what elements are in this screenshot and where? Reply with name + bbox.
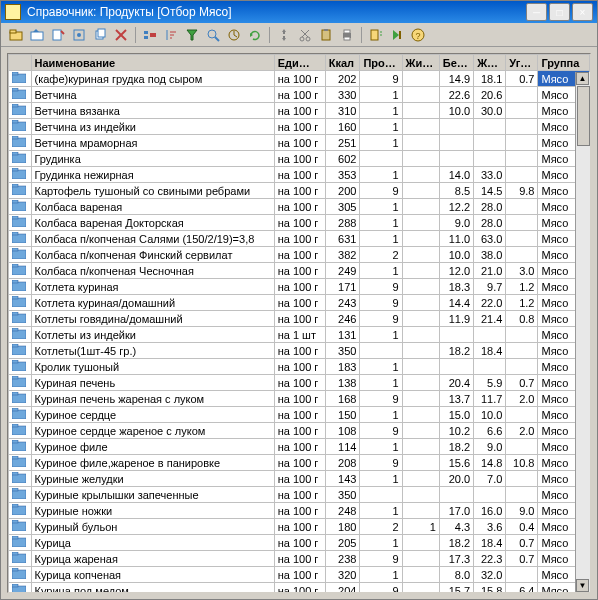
maximize-button[interactable]: □: [549, 3, 570, 21]
table-cell: 9: [360, 551, 402, 567]
table-row[interactable]: Куриные ножкина 100 г248117.016.09.0Мясо: [9, 503, 590, 519]
table-row[interactable]: Курица копченаяна 100 г32018.032.0Мясо: [9, 567, 590, 583]
scroll-up-button[interactable]: ▲: [576, 72, 589, 85]
table-cell: [9, 487, 32, 503]
folder-row-icon: [12, 456, 26, 467]
folder-row-icon: [12, 136, 26, 147]
refresh-icon[interactable]: [246, 26, 264, 44]
table-cell: [9, 407, 32, 423]
table-row[interactable]: Ветчина мраморнаяна 100 г2511Мясо: [9, 135, 590, 151]
table-row[interactable]: Курица жаренаяна 100 г238917.322.30.7Мяс…: [9, 551, 590, 567]
column-header[interactable]: Группа: [538, 55, 590, 71]
filter-icon[interactable]: [183, 26, 201, 44]
table-row[interactable]: Котлеты из индейкина 1 шт1311Мясо: [9, 327, 590, 343]
svg-line-30: [302, 30, 309, 37]
table-row[interactable]: Колбаса вареная Докторскаяна 100 г28819.…: [9, 215, 590, 231]
table-cell: [439, 119, 473, 135]
edit-icon[interactable]: [49, 26, 67, 44]
minimize-button[interactable]: ─: [526, 3, 547, 21]
history-icon[interactable]: [225, 26, 243, 44]
find-icon[interactable]: [204, 26, 222, 44]
table-row[interactable]: Куриная печень жареная с лукомна 100 г16…: [9, 391, 590, 407]
table-row[interactable]: Котлета куриная/домашнийна 100 г243914.4…: [9, 295, 590, 311]
table-row[interactable]: Колбаса варенаяна 100 г305112.228.0Мясо: [9, 199, 590, 215]
table-row[interactable]: Котлета куринаяна 100 г171918.39.71.2Мяс…: [9, 279, 590, 295]
table-row[interactable]: Грудинка нежирнаяна 100 г353114.033.0Мяс…: [9, 167, 590, 183]
scroll-thumb[interactable]: [577, 86, 590, 146]
vertical-scrollbar[interactable]: ▲ ▼: [575, 72, 590, 592]
scroll-down-button[interactable]: ▼: [576, 579, 589, 592]
table-row[interactable]: Куриное сердцена 100 г150115.010.0Мясо: [9, 407, 590, 423]
table-row[interactable]: Котлеты говядина/домашнийна 100 г246911.…: [9, 311, 590, 327]
close-button[interactable]: ×: [572, 3, 593, 21]
table-row[interactable]: (кафе)куриная грудка под сыромна 100 г20…: [9, 71, 590, 87]
folder-row-icon: [12, 408, 26, 419]
sort-icon[interactable]: [162, 26, 180, 44]
table-cell: [402, 343, 439, 359]
table-row[interactable]: Куриные желудкина 100 г143120.07.0Мясо: [9, 471, 590, 487]
paste-icon[interactable]: [317, 26, 335, 44]
table-cell: 18.2: [439, 439, 473, 455]
column-header[interactable]: Ж…: [474, 55, 506, 71]
table-row[interactable]: Колбаса п/копченая Чесночнаяна 100 г2491…: [9, 263, 590, 279]
table-row[interactable]: Курицана 100 г205118.218.40.7Мясо: [9, 535, 590, 551]
table-row[interactable]: Ветчина из индейкина 100 г1601Мясо: [9, 119, 590, 135]
table-cell: [474, 151, 506, 167]
column-header[interactable]: [9, 55, 32, 71]
hierarchy-icon[interactable]: [141, 26, 159, 44]
column-header[interactable]: Бе…: [439, 55, 473, 71]
table-row[interactable]: Куриная печеньна 100 г138120.45.90.7Мясо: [9, 375, 590, 391]
table-row[interactable]: Кролик тушоныйна 100 г1831Мясо: [9, 359, 590, 375]
column-header[interactable]: Жи…: [402, 55, 439, 71]
open-icon[interactable]: [28, 26, 46, 44]
table-cell: 9: [360, 423, 402, 439]
copy-icon[interactable]: [91, 26, 109, 44]
help-icon[interactable]: ?: [409, 26, 427, 44]
view-icon[interactable]: [70, 26, 88, 44]
table-cell: на 100 г: [274, 167, 325, 183]
svg-marker-3: [33, 29, 39, 32]
table-cell: 0.7: [506, 71, 538, 87]
table-row[interactable]: Куриное сердце жареное с лукомна 100 г10…: [9, 423, 590, 439]
table-cell: Котлеты из индейки: [31, 327, 274, 343]
table-row[interactable]: Грудинкана 100 г602Мясо: [9, 151, 590, 167]
table-cell: 1: [360, 231, 402, 247]
column-header[interactable]: Ккал: [325, 55, 360, 71]
table-cell: [439, 487, 473, 503]
table-cell: [9, 263, 32, 279]
svg-rect-93: [12, 456, 18, 459]
table-row[interactable]: Картофель тушоный со свиными ребрамина 1…: [9, 183, 590, 199]
table-row[interactable]: Колбаса п/копченая Финский сервилатна 10…: [9, 247, 590, 263]
print-icon[interactable]: [338, 26, 356, 44]
folder-row-icon: [12, 360, 26, 371]
table-row[interactable]: Котлеты(1шт-45 гр.)на 100 г35018.218.4Мя…: [9, 343, 590, 359]
column-header[interactable]: Наименование: [31, 55, 274, 71]
table-row[interactable]: Куриное филена 100 г114118.29.0Мясо: [9, 439, 590, 455]
settings-icon[interactable]: [367, 26, 385, 44]
table-cell: 18.1: [474, 71, 506, 87]
folder-icon[interactable]: [7, 26, 25, 44]
table-row[interactable]: Ветчинана 100 г330122.620.6Мясо: [9, 87, 590, 103]
table-cell: [402, 103, 439, 119]
table-row[interactable]: Курица под медомна 100 г204915.715.86.4М…: [9, 583, 590, 593]
table-row[interactable]: Куриное филе,жареное в панировкена 100 г…: [9, 455, 590, 471]
column-header[interactable]: Еди…: [274, 55, 325, 71]
table-row[interactable]: Ветчина вязанкана 100 г310110.030.0Мясо: [9, 103, 590, 119]
table-row[interactable]: Колбаса п/копченая Салями (150/2/19)=3,8…: [9, 231, 590, 247]
svg-point-29: [306, 37, 310, 41]
move-icon[interactable]: [275, 26, 293, 44]
table-cell: Куриное филе: [31, 439, 274, 455]
cut-icon[interactable]: [296, 26, 314, 44]
mark-delete-icon[interactable]: [112, 26, 130, 44]
table-cell: [402, 359, 439, 375]
table-cell: [9, 295, 32, 311]
table-cell: Ветчина мраморная: [31, 135, 274, 151]
action-icon[interactable]: [388, 26, 406, 44]
table-cell: Колбаса п/копченая Салями (150/2/19)=3,8: [31, 231, 274, 247]
table-cell: [9, 455, 32, 471]
table-row[interactable]: Куриный бульонна 100 г180214.33.60.4Мясо: [9, 519, 590, 535]
column-header[interactable]: Про…: [360, 55, 402, 71]
data-grid[interactable]: НаименованиеЕди…КкалПро…Жи…Бе…Ж…Уг…Групп…: [8, 54, 590, 592]
column-header[interactable]: Уг…: [506, 55, 538, 71]
table-row[interactable]: Куриные крылышки запеченныена 100 г350Мя…: [9, 487, 590, 503]
